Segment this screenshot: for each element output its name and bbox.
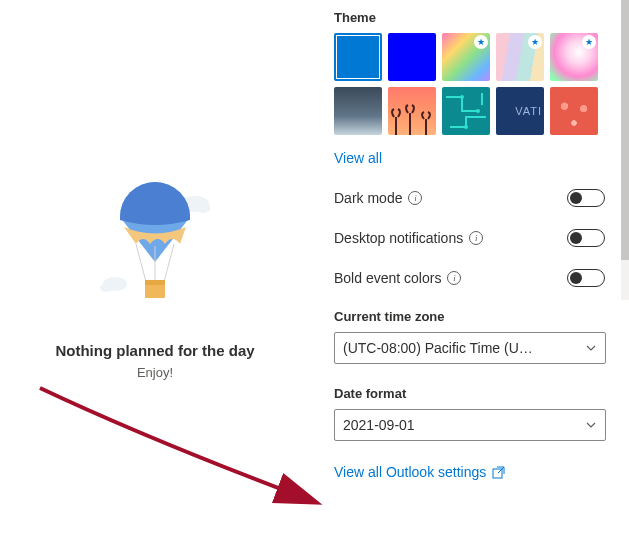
settings-panel: Theme ★ ★ ★ VATI View all Dark mode i De…: [310, 0, 629, 552]
svg-point-8: [100, 284, 112, 292]
date-format-value: 2021-09-01: [343, 417, 415, 433]
svg-point-11: [464, 125, 468, 129]
desktop-notifications-label: Desktop notifications: [334, 230, 463, 246]
view-all-settings-text: View all Outlook settings: [334, 464, 486, 480]
svg-line-2: [136, 244, 146, 282]
premium-star-icon: ★: [582, 35, 596, 49]
chevron-down-icon: [585, 419, 597, 431]
timezone-label: Current time zone: [334, 309, 605, 324]
chevron-down-icon: [585, 342, 597, 354]
dark-mode-label: Dark mode: [334, 190, 402, 206]
dark-mode-toggle[interactable]: [567, 189, 605, 207]
theme-tile-unicorn[interactable]: ★: [550, 33, 598, 81]
info-icon[interactable]: i: [447, 271, 461, 285]
premium-star-icon: ★: [528, 35, 542, 49]
theme-tile-red-bokeh[interactable]: [550, 87, 598, 135]
timezone-select[interactable]: (UTC-08:00) Pacific Time (US & Cana…: [334, 332, 606, 364]
theme-grid: ★ ★ ★ VATI: [334, 33, 614, 135]
date-format-select[interactable]: 2021-09-01: [334, 409, 606, 441]
bold-event-colors-toggle[interactable]: [567, 269, 605, 287]
empty-state-title: Nothing planned for the day: [55, 342, 254, 359]
calendar-empty-pane: Nothing planned for the day Enjoy!: [0, 0, 310, 552]
theme-tile-blueprint[interactable]: VATI: [496, 87, 544, 135]
view-all-outlook-settings-link[interactable]: View all Outlook settings: [334, 464, 505, 480]
view-all-themes-link[interactable]: View all: [334, 150, 382, 166]
theme-tile-default-blue[interactable]: [334, 33, 382, 81]
theme-tile-palm-sunset[interactable]: [388, 87, 436, 135]
svg-point-10: [476, 109, 480, 113]
timezone-value: (UTC-08:00) Pacific Time (US & Cana…: [343, 340, 533, 356]
date-format-label: Date format: [334, 386, 605, 401]
theme-tile-rainbow-wave[interactable]: ★: [442, 33, 490, 81]
balloon-illustration: [100, 172, 210, 322]
bold-event-colors-label: Bold event colors: [334, 270, 441, 286]
theme-tile-pastel-ribbons[interactable]: ★: [496, 33, 544, 81]
svg-point-9: [460, 95, 464, 99]
empty-state-subtitle: Enjoy!: [137, 365, 173, 380]
svg-rect-6: [145, 280, 165, 285]
scrollbar-track[interactable]: [621, 0, 629, 300]
theme-tile-solid-blue[interactable]: [388, 33, 436, 81]
theme-section-label: Theme: [334, 10, 605, 25]
svg-line-4: [164, 244, 174, 282]
theme-tile-storm-wave[interactable]: [334, 87, 382, 135]
scrollbar-thumb[interactable]: [621, 0, 629, 260]
open-external-icon: [492, 466, 505, 479]
desktop-notifications-toggle[interactable]: [567, 229, 605, 247]
theme-tile-circuit-teal[interactable]: [442, 87, 490, 135]
info-icon[interactable]: i: [408, 191, 422, 205]
info-icon[interactable]: i: [469, 231, 483, 245]
premium-star-icon: ★: [474, 35, 488, 49]
